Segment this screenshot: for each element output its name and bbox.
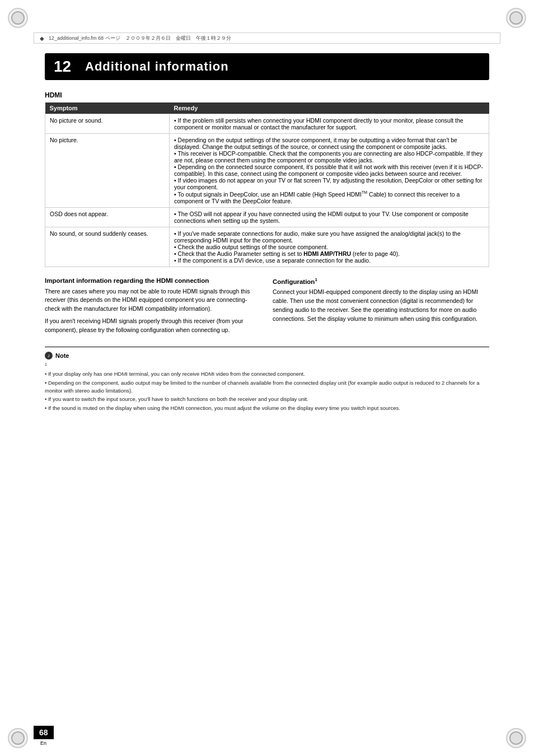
main-content: 12 Additional information HDMI Symptom R… xyxy=(34,48,500,722)
hdmi-table: Symptom Remedy No picture or sound.• If … xyxy=(45,102,489,267)
chapter-number: 12 xyxy=(54,58,76,76)
symptom-cell: OSD does not appear. xyxy=(45,207,170,227)
note-item: • Depending on the component, audio outp… xyxy=(45,379,489,395)
remedy-cell: • If you've made separate connections fo… xyxy=(170,227,489,267)
corner-decoration-bl xyxy=(8,728,28,748)
symptom-cell: No picture. xyxy=(45,134,170,208)
chapter-header: 12 Additional information xyxy=(45,53,489,80)
file-info-text: 12_additional_info.fm 68 ページ ２００９年２月６日 金… xyxy=(49,35,231,42)
remedy-cell: • The OSD will not appear if you have co… xyxy=(170,207,489,227)
note-header: ♪ Note xyxy=(45,352,489,360)
note-label: Note xyxy=(55,352,69,359)
configuration-title: Configuration1 xyxy=(273,277,489,285)
important-info-paragraph: If you aren't receiving HDMI signals pro… xyxy=(45,317,261,335)
note-text: 1• If your display only has one HDMI ter… xyxy=(45,362,489,412)
important-info-paragraph: There are cases where you may not be abl… xyxy=(45,287,261,314)
configuration-paragraph: Connect your HDMI-equipped component dir… xyxy=(273,288,489,323)
table-row: No picture.• Depending on the output set… xyxy=(45,134,489,208)
file-info-bar: ◆ 12_additional_info.fm 68 ページ ２００９年２月６日… xyxy=(34,32,500,44)
important-info-paragraphs: There are cases where you may not be abl… xyxy=(45,287,261,335)
table-row: No sound, or sound suddenly ceases.• If … xyxy=(45,227,489,267)
table-header-remedy: Remedy xyxy=(170,102,489,114)
note-icon: ♪ xyxy=(45,352,53,360)
symptom-cell: No sound, or sound suddenly ceases. xyxy=(45,227,170,267)
note-item: • If your display only has one HDMI term… xyxy=(45,370,489,378)
note-section: ♪ Note 1• If your display only has one H… xyxy=(45,347,489,412)
symptom-cell: No picture or sound. xyxy=(45,114,170,134)
chapter-title: Additional information xyxy=(85,59,229,74)
note-item: • If the sound is muted on the display w… xyxy=(45,404,489,412)
corner-decoration-tl xyxy=(8,8,28,28)
note-item: • If you want to switch the input source… xyxy=(45,395,489,403)
important-info-title: Important information regarding the HDMI… xyxy=(45,277,261,284)
configuration-section: Configuration1 Connect your HDMI-equippe… xyxy=(273,277,489,338)
important-info-section: Important information regarding the HDMI… xyxy=(45,277,261,338)
two-col-section: Important information regarding the HDMI… xyxy=(45,277,489,338)
file-info-arrow: ◆ xyxy=(40,35,44,41)
remedy-cell: • If the problem still persists when con… xyxy=(170,114,489,134)
page-lang: En xyxy=(40,740,46,746)
hdmi-section-title: HDMI xyxy=(45,91,489,99)
remedy-cell: • Depending on the output settings of th… xyxy=(170,134,489,208)
table-row: OSD does not appear.• The OSD will not a… xyxy=(45,207,489,227)
corner-decoration-tr xyxy=(506,8,526,28)
table-header-symptom: Symptom xyxy=(45,102,170,114)
corner-decoration-br xyxy=(506,728,526,748)
page-number: 68 xyxy=(34,726,54,739)
table-row: No picture or sound.• If the problem sti… xyxy=(45,114,489,134)
